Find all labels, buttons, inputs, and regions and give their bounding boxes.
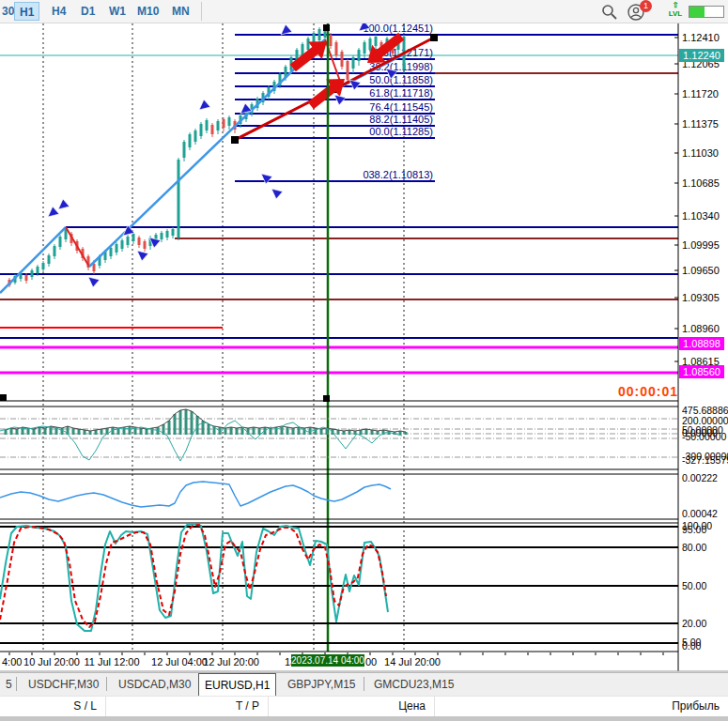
indicator-pane-3: 100.0095.0080.0050.0020.005.000.00: [0, 520, 712, 652]
ind1-hist-bar: [287, 427, 289, 435]
ind1-scale-label: -50.00000: [682, 431, 726, 442]
candle-body: [318, 29, 321, 40]
fractal-down-icon: [349, 80, 361, 90]
stoch-main-line: [0, 524, 388, 631]
ind1-hist-bar: [371, 430, 374, 435]
candle-body: [48, 255, 51, 264]
indicator-pane-1: 475.68886200.0000050.000000.00000-50.000…: [0, 405, 728, 466]
chart-tab-gmcdu23-m15[interactable]: GMCDU23,M15: [368, 673, 459, 696]
candle-body: [358, 50, 361, 61]
ind1-hist-bar: [146, 429, 148, 435]
ind2-line: [0, 482, 391, 507]
time-axis-label: 10 Jul 20:00: [23, 656, 80, 667]
ind1-scale-label: -327.15579: [682, 454, 728, 466]
trendline-handle[interactable]: [231, 136, 239, 144]
candle-body: [31, 270, 34, 277]
candle-body: [183, 142, 186, 158]
search-icon[interactable]: [601, 4, 617, 20]
fib-label: 88.2(1.11405): [369, 114, 433, 125]
chart-tab-usdcad-m30[interactable]: USDCAD,M30: [113, 673, 196, 696]
candle-body: [211, 125, 214, 134]
ind1-hist-bar: [78, 429, 81, 435]
lvl-label: LVL: [669, 9, 683, 18]
ind1-hist-bar: [168, 421, 171, 435]
candle-body: [200, 124, 203, 136]
ind1-hist-bar: [225, 428, 227, 435]
time-axis-label: 00: [365, 656, 377, 667]
vline-handle[interactable]: [323, 24, 330, 31]
candle-body: [206, 120, 209, 130]
alert-price-badge: 1.08560: [683, 366, 720, 377]
bottom-strip: [0, 716, 728, 721]
ind1-hist-bar: [349, 430, 351, 435]
lvl-icon[interactable]: ⇧ LVL: [664, 1, 687, 22]
price-tick-label: 1.10340: [682, 210, 720, 222]
chart-area[interactable]: 100.0(1.12451)23.6(1.12171)38.2(1.11998)…: [0, 23, 728, 672]
stoch-scale-label: 20.00: [682, 618, 706, 629]
candle-body: [127, 237, 130, 245]
timeframe-button-w1[interactable]: W1: [104, 2, 131, 21]
vline-handle[interactable]: [0, 394, 7, 401]
ind1-hist-bar: [315, 428, 318, 435]
candle-body: [132, 234, 135, 241]
ind1-hist-bar: [95, 430, 98, 435]
ind1-signal-line: [0, 421, 402, 461]
ind1-hist-bar: [320, 429, 323, 435]
ind1-hist-bar: [179, 410, 182, 435]
ind1-hist-bar: [61, 428, 64, 435]
trade-panel-header: S / L T / P Цена Прибыль: [0, 696, 728, 716]
zigzag-segment: [0, 227, 66, 293]
trendline-handle[interactable]: [430, 34, 438, 41]
candle-body: [369, 38, 372, 50]
stoch-scale-label: 95.00: [682, 524, 706, 535]
fractal-down-icon: [88, 277, 100, 287]
column-profit: Прибыль: [435, 697, 728, 717]
timeframe-button-m10[interactable]: M10: [132, 2, 163, 21]
chart-tab-eurusd-h1[interactable]: EURUSD,H1: [198, 673, 276, 697]
fractal-up-icon: [281, 24, 292, 35]
ind1-hist-bar: [89, 431, 92, 435]
tab-separator: [106, 677, 107, 691]
timeframe-button-mn[interactable]: MN: [167, 2, 194, 21]
time-axis-label: 14 Jul 20:00: [384, 656, 441, 667]
candle-body: [364, 42, 366, 54]
countdown-timer: 00:00:01: [590, 384, 678, 399]
ind1-hist-bar: [5, 430, 8, 435]
ind1-hist-bar: [230, 427, 233, 435]
ind1-hist-bar: [208, 424, 210, 435]
timeframe-button-h4[interactable]: H4: [47, 2, 70, 21]
ind1-hist-bar: [377, 431, 379, 435]
fractal-up-icon: [199, 100, 210, 110]
ind1-hist-bar: [39, 427, 41, 435]
fractal-up-icon: [58, 199, 70, 209]
ind1-hist-bar: [354, 431, 357, 435]
fib-label: 61.8(1.11718): [369, 87, 433, 99]
ind1-hist-bar: [292, 428, 295, 435]
chart-tab-usdchf-m30[interactable]: USDCHF,M30: [23, 673, 104, 696]
timeframe-button-h1[interactable]: H1: [14, 2, 39, 21]
time-axis: 4:0010 Jul 20:0011 Jul 12:0012 Jul 04:00…: [2, 652, 663, 667]
ind1-hist-bar: [101, 429, 103, 435]
ind1-hist-bar: [405, 432, 408, 435]
candle-body: [121, 240, 124, 249]
candle-body: [217, 121, 220, 130]
candle-body: [42, 263, 45, 269]
chart-tab-5[interactable]: 5: [0, 673, 18, 696]
ind1-hist-bar: [140, 428, 143, 435]
fib-label: 50.0(1.11858): [369, 74, 433, 85]
price-tick-label: 1.08960: [682, 323, 720, 334]
candle-body: [335, 42, 338, 55]
chart-tab-gbpjpy-m15[interactable]: GBPJPY,M15: [282, 673, 361, 696]
candle-body: [144, 241, 147, 249]
column-sl: S / L: [0, 697, 106, 717]
notification-badge[interactable]: 1: [640, 0, 652, 12]
candle-body: [330, 35, 333, 46]
candle-body: [172, 229, 175, 236]
price-tick-label: 1.11720: [682, 88, 719, 100]
ind1-hist-bar: [365, 429, 368, 435]
timeframe-button-d1[interactable]: D1: [76, 2, 100, 21]
selected-time-badge: 2023.07.14 04:00: [291, 655, 364, 666]
candle-body: [59, 237, 62, 247]
candle-body: [138, 238, 141, 245]
progress-fill: [689, 7, 705, 17]
